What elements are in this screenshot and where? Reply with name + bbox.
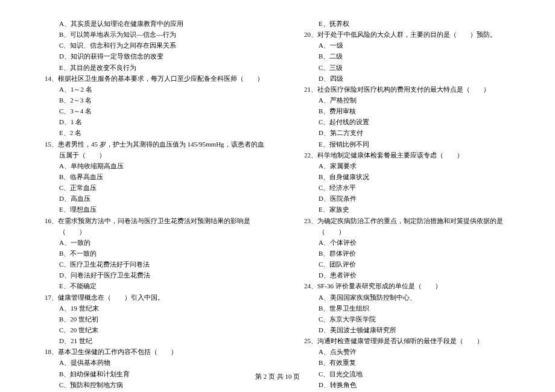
option-line: B、2～3 名 [30,95,265,106]
right-column: E、抚养权20、对于处于中低风险的大众人群，主要的目的是（ ）预防。A、一级B、… [290,18,525,392]
option-line: D、21 世纪 [30,335,265,346]
option-line: C、正常血压 [30,182,265,193]
option-line: C、起付线的设置 [290,116,525,127]
option-line: A、其实质是认知理论在健康教育中的应用 [30,18,265,29]
option-line: D、美国波士顿健康研究所 [290,324,525,335]
option-line: B、自身健康状况 [290,171,525,182]
option-line: D、1 名 [30,116,265,127]
option-line: B、不一致的 [30,248,265,259]
option-line: D、患者评价 [290,270,525,280]
option-line: C、知识、信念和行为之间存在因果关系 [30,40,265,51]
option-line: E、不能确定 [30,280,265,291]
question-line: 16、在需求预测方法中，问卷法与医疗卫生花费法对预测结果的影响是（ ） [45,215,265,237]
option-line: B、群体评价 [290,248,525,259]
question-line: 24、SF-36 评价量表研究形成的单位是（ ） [304,280,525,291]
option-line: C、东京大学医学院 [290,314,525,324]
option-line: C、经济水平 [290,182,525,193]
question-line: 15、患者男性，45 岁，护士为其测得的血压值为 145/95mmHg，该患者的… [45,139,265,160]
option-line: D、四级 [290,73,525,84]
option-line: C、医疗卫生花费法好于问卷法 [30,259,265,270]
option-line: E、家族史 [290,204,525,215]
option-line: E、理想血压 [30,204,265,215]
exam-content: A、其实质是认知理论在健康教育中的应用B、可以简单地表示为知识—信念—行为C、知… [0,0,555,392]
option-line: E、抚养权 [290,18,525,29]
option-line: B、费用审核 [290,106,525,116]
question-line: 25、沟通时检查健康管理师是否认倾听的最佳手段是（ ） [304,335,525,346]
option-line: A、19 世纪末 [30,303,265,314]
option-line: A、提供基本药物 [30,357,265,368]
page-footer: 第 2 页 共 10 页 [0,372,555,381]
option-line: B、世界卫生组织 [290,303,525,314]
option-line: E、2 名 [30,127,265,138]
question-line: 20、对于处于中低风险的大众人群，主要的目的是（ ）预防。 [304,29,525,40]
option-line: B、临界高血压 [30,171,265,182]
option-line: A、个体评价 [290,237,525,248]
question-line: 21、社会医疗保险对医疗机构的费用支付的最大特点是（ ） [304,84,525,95]
option-line: D、医院条件 [290,193,525,204]
option-line: E、报销比例不同 [290,139,525,150]
option-line: B、可以简单地表示为知识—信念—行为 [30,29,265,40]
question-line: 14、根据社区卫生服务的基本要求，每万人口至少应配备全科医师（ ） [45,73,265,84]
option-line: C、20 世纪末 [30,324,265,335]
question-line: 22、科学地制定健康体检套餐最主要应该专虑（ ） [304,150,525,160]
question-line: 17、健康管理概念在（ ）引入中国。 [45,292,265,303]
option-line: A、1～2 名 [30,84,265,95]
option-line: A、严格控制 [290,95,525,106]
option-line: A、美国国家疾病预防控制中心、 [290,292,525,303]
option-line: A、一致的 [30,237,265,248]
option-line: A、单纯收缩期高血压 [30,160,265,171]
question-line: 18、基本卫生保健的工作内容不包括（ ） [45,346,265,357]
option-line: A、点头赞许 [290,346,525,357]
option-line: D、问卷法好于医疗卫生花费法 [30,270,265,280]
option-line: B、20 世纪初 [30,314,265,324]
option-line: A、家属要求 [290,160,525,171]
option-line: B、二级 [290,51,525,62]
left-column: A、其实质是认知理论在健康教育中的应用B、可以简单地表示为知识—信念—行为C、知… [30,18,265,392]
option-line: D、第二方支付 [290,127,525,138]
option-line: C、3～4 名 [30,106,265,116]
option-line: C、三级 [290,62,525,73]
option-line: E、其目的是改变不良行为 [30,62,265,73]
option-line: D、知识的获得一定导致信念的改变 [30,51,265,62]
option-line: B、有效重复 [290,357,525,368]
option-line: A、一级 [290,40,525,51]
option-line: C、团队评价 [290,259,525,270]
option-line: D、高血压 [30,193,265,204]
question-line: 23、为确定疾病防治工作的重点，制定防治措施和对策提供依据的是（ ） [304,215,525,237]
